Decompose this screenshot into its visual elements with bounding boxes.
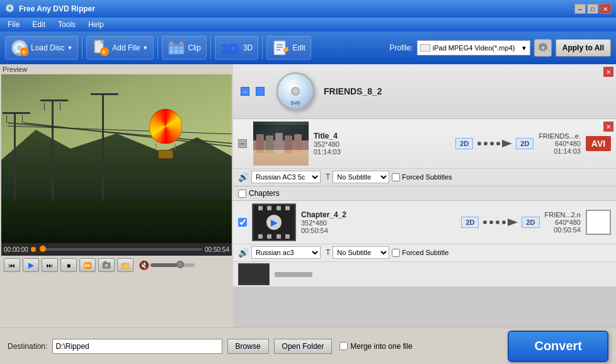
toolbar-separator-3 — [210, 37, 211, 59]
menu-edit[interactable]: Edit — [30, 19, 48, 30]
chapter-format-badge[interactable] — [586, 210, 611, 235]
3d-label: 3D — [243, 43, 253, 52]
title-bar: 💿 Free Any DVD Ripper – □ ✕ — [0, 0, 616, 18]
settings-button[interactable] — [534, 39, 552, 57]
volume-slider-track[interactable] — [151, 263, 195, 267]
clip-button[interactable]: Clip — [162, 36, 207, 60]
forced-subtitle-checkbox[interactable]: Forced Subtitles — [392, 173, 452, 181]
volume-fill — [151, 263, 177, 267]
open-folder-button[interactable]: Open Folder — [274, 339, 333, 354]
load-disc-icon: DVD + — [11, 39, 28, 57]
profile-dropdown[interactable]: iPad MPEG4 Video(*.mp4) ▼ — [417, 40, 530, 55]
svg-rect-33 — [104, 261, 106, 263]
format-badge[interactable]: AVI — [586, 136, 611, 151]
chapters-toggle[interactable]: Chapters — [233, 186, 616, 201]
extra-entry — [233, 262, 616, 287]
preview-label: Preview — [1, 65, 232, 73]
apply-all-button[interactable]: Apply to All — [556, 39, 611, 57]
chapter-subtitle-select[interactable]: No Subtitle — [333, 246, 389, 259]
chapter-audio-select[interactable]: Russian ac3 — [251, 246, 321, 259]
title-dims: 352*480 — [314, 140, 450, 148]
merge-checkbox-area[interactable]: Merge into one file — [339, 342, 503, 351]
chapter-name: Chapter_4_2 — [301, 210, 456, 219]
edit-button[interactable]: Edit — [266, 36, 311, 60]
timeline-dot[interactable] — [31, 247, 36, 252]
chapters-label: Chapters — [249, 189, 280, 198]
svg-text:+: + — [102, 48, 106, 55]
forced-subtitle-input[interactable] — [392, 173, 400, 181]
scroll-area[interactable]: – DVD FRIENDS_8_2 ✕ – — [233, 64, 616, 327]
menu-help[interactable]: Help — [86, 19, 106, 30]
controls-bar: ⏮ ▶ ⏭ ■ ⏩ 🔇 — [1, 256, 232, 275]
svg-point-26 — [541, 47, 544, 50]
subtitle-icon: T — [326, 173, 330, 181]
chapter-audio-bar: 🔊 Russian ac3 T No Subtitle Forced Subti… — [233, 244, 616, 261]
chapter-output-dims: 640*480 — [545, 219, 581, 226]
dvd-checkbox[interactable]: – — [241, 87, 249, 96]
chapter-checkbox[interactable] — [238, 218, 247, 227]
chapter-forced-label: Forced Subtitle — [402, 249, 448, 256]
volume-icon[interactable]: 🔇 — [139, 260, 149, 270]
chapter-forced-subtitle[interactable]: Forced Subtitle — [392, 249, 448, 257]
subtitle-select[interactable]: No Subtitle — [333, 171, 389, 183]
conversion-arrow-icon — [476, 136, 513, 151]
conversion-area: 2D 2D — [455, 136, 533, 151]
time-total: 00:50:54 — [205, 246, 229, 253]
progress-track[interactable] — [40, 248, 202, 251]
next-frame-button[interactable]: ⏭ — [42, 258, 58, 272]
app-title: Free Any DVD Ripper — [19, 4, 574, 13]
svg-marker-45 — [508, 219, 518, 226]
chapters-checkbox[interactable] — [238, 190, 246, 198]
menu-tools[interactable]: Tools — [55, 19, 78, 30]
load-disc-button[interactable]: DVD + Load Disc ▼ — [5, 36, 78, 60]
dvd-expand-icon[interactable] — [256, 87, 265, 96]
title-expand-icon[interactable]: – — [238, 139, 247, 148]
play-button[interactable]: ▶ — [23, 258, 39, 272]
preview-panel: Preview — [0, 64, 233, 327]
chapter-forced-checkbox[interactable] — [392, 249, 400, 257]
dvd-title: FRIENDS_8_2 — [324, 86, 382, 96]
chapter-input-badge: 2D — [461, 217, 479, 228]
chapter-dims: 352*480 — [301, 219, 456, 227]
merge-area: Merge into one file — [337, 342, 503, 351]
minimize-button[interactable]: – — [574, 4, 586, 14]
browse-button[interactable]: Browse — [227, 339, 269, 354]
maximize-button[interactable]: □ — [587, 4, 598, 14]
title-entry-close-button[interactable]: ✕ — [603, 122, 613, 132]
destination-input[interactable] — [52, 339, 222, 354]
audio-subtitle-bar: 🔊 Russian AC3 5c T No Subtitle Forced Su… — [233, 168, 616, 186]
step-forward-button[interactable]: ⏩ — [79, 258, 96, 272]
add-file-button[interactable]: + Add File ▼ — [86, 36, 154, 60]
3d-button[interactable]: 3D 3D — [215, 36, 258, 60]
svg-point-41 — [483, 220, 487, 224]
add-file-icon: + — [92, 39, 110, 57]
menu-bar: File Edit Tools Help — [0, 18, 616, 31]
svg-rect-13 — [169, 44, 184, 47]
add-file-arrow[interactable]: ▼ — [142, 45, 148, 51]
timeline-bar: 00:00:00 00:50:54 — [1, 243, 232, 256]
prev-button[interactable]: ⏮ — [4, 258, 20, 272]
close-button[interactable]: ✕ — [600, 4, 611, 14]
right-panel: – DVD FRIENDS_8_2 ✕ – — [233, 64, 616, 327]
chapter-output-duration: 00:50:54 — [545, 226, 581, 234]
dvd-disc-icon: DVD — [277, 72, 314, 110]
chapter-conversion-area: 2D 2D — [461, 215, 539, 230]
output-name: FRIENDS...e. — [539, 132, 581, 140]
progress-thumb[interactable] — [40, 246, 46, 252]
title-header: – — [233, 119, 616, 168]
chapter-play-button[interactable]: ▶ — [266, 215, 282, 230]
stop-button[interactable]: ■ — [60, 258, 77, 272]
chapter-duration: 00:50:54 — [301, 227, 456, 234]
svg-marker-18 — [179, 41, 184, 44]
screenshot-button[interactable] — [98, 258, 115, 272]
svg-text:3D: 3D — [221, 41, 239, 57]
extra-thumb — [238, 263, 270, 285]
merge-checkbox[interactable] — [339, 342, 348, 350]
audio-track-select[interactable]: Russian AC3 5c — [251, 171, 321, 183]
dvd-close-button[interactable]: ✕ — [603, 67, 613, 77]
convert-button[interactable]: Convert — [508, 331, 608, 362]
menu-file[interactable]: File — [5, 19, 22, 30]
open-folder-ctrl-button[interactable] — [117, 258, 134, 272]
volume-thumb[interactable] — [176, 261, 184, 268]
load-disc-arrow[interactable]: ▼ — [67, 45, 72, 51]
